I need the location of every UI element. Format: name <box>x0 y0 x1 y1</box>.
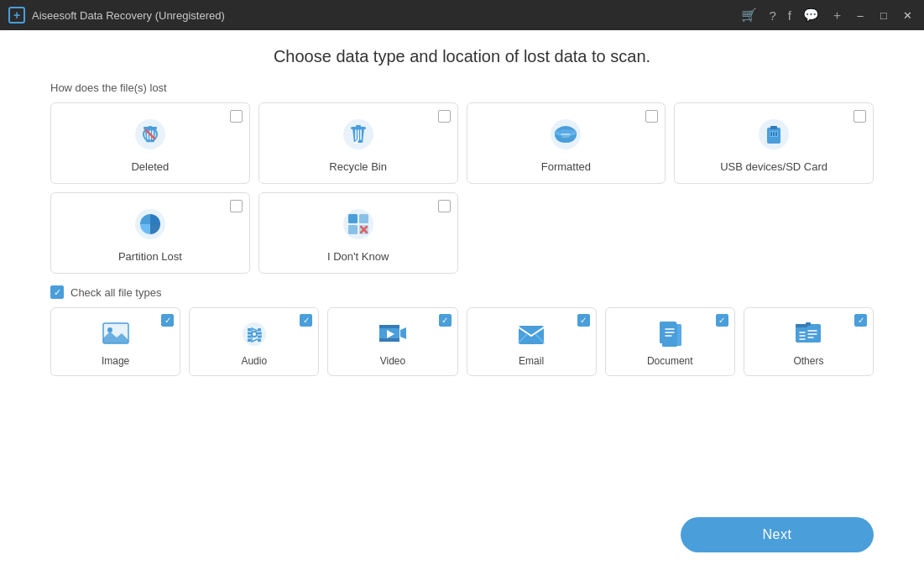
svg-rect-22 <box>348 214 358 223</box>
next-button[interactable]: Next <box>681 517 874 552</box>
svg-marker-36 <box>400 327 406 339</box>
filetype-audio-label: Audio <box>241 355 267 367</box>
check-all-checkbox[interactable]: ✓ <box>50 285 64 299</box>
email-icon <box>515 318 547 350</box>
cart-icon[interactable]: 🛒 <box>741 8 757 23</box>
loss-type-dont-know-checkbox <box>438 200 451 212</box>
filetype-document[interactable]: ✓ Document <box>605 307 735 376</box>
loss-type-usb-sd-label: USB devices/SD Card <box>720 160 827 173</box>
svg-rect-17 <box>770 132 772 136</box>
loss-type-dont-know[interactable]: I Don't Know <box>258 192 458 274</box>
svg-rect-44 <box>806 322 811 326</box>
svg-rect-23 <box>359 214 368 223</box>
svg-rect-43 <box>796 324 807 327</box>
app-title: Aiseesoft Data Recovery (Unregistered) <box>32 9 741 22</box>
minimize-button[interactable]: – <box>852 7 869 24</box>
document-icon <box>654 318 686 350</box>
partition-lost-icon <box>131 205 170 243</box>
loss-type-deleted-label: Deleted <box>131 160 169 173</box>
check-all-label: Check all file types <box>70 286 161 299</box>
filetype-others[interactable]: ✓ Others <box>744 307 874 376</box>
filetype-others-label: Others <box>793 355 823 367</box>
filetype-grid: ✓ Image ✓ <box>50 307 874 376</box>
recycle-bin-icon <box>339 115 378 154</box>
filetype-image-label: Image <box>102 355 129 367</box>
filetype-document-checkbox: ✓ <box>716 314 728 327</box>
loss-type-recycle-bin[interactable]: Recycle Bin <box>258 102 458 184</box>
svg-rect-18 <box>773 132 775 136</box>
audio-icon <box>238 318 270 350</box>
loss-type-formatted-checkbox <box>645 110 658 123</box>
svg-rect-15 <box>770 126 777 129</box>
svg-rect-19 <box>775 132 777 136</box>
svg-rect-34 <box>379 325 399 328</box>
loss-type-recycle-bin-checkbox <box>438 110 451 123</box>
window-controls: – □ ✕ <box>852 7 916 24</box>
check-all-row: ✓ Check all file types <box>50 285 874 299</box>
loss-type-grid-row2: Partition Lost I Don't Know <box>50 192 874 274</box>
loss-type-formatted[interactable]: Formatted <box>467 102 666 184</box>
svg-rect-35 <box>379 338 399 342</box>
others-icon <box>792 318 824 350</box>
filetype-video-label: Video <box>380 355 405 367</box>
filetype-email-label: Email <box>519 355 544 367</box>
chat-icon[interactable]: 💬 <box>803 8 819 23</box>
loss-type-grid-row1: Deleted Recycle Bin <box>50 102 874 184</box>
filetype-image-checkbox: ✓ <box>161 314 174 327</box>
svg-rect-41 <box>662 323 677 347</box>
svg-rect-24 <box>348 225 358 234</box>
filetype-video-checkbox: ✓ <box>439 314 452 327</box>
image-icon <box>100 318 132 350</box>
close-button[interactable]: ✕ <box>899 7 916 24</box>
loss-type-partition-lost[interactable]: Partition Lost <box>50 192 250 274</box>
filetype-image[interactable]: ✓ Image <box>50 307 180 376</box>
loss-type-usb-sd[interactable]: USB devices/SD Card <box>674 102 874 184</box>
loss-type-usb-sd-checkbox <box>854 110 866 123</box>
loss-type-partition-lost-checkbox <box>230 200 243 212</box>
loss-type-recycle-bin-label: Recycle Bin <box>329 160 387 173</box>
video-icon <box>377 318 409 350</box>
filetype-video[interactable]: ✓ Video <box>327 307 457 376</box>
facebook-icon[interactable]: f <box>788 8 791 23</box>
maximize-button[interactable]: □ <box>875 7 892 24</box>
svg-rect-6 <box>356 125 361 128</box>
filetype-audio[interactable]: ✓ Audio <box>189 307 319 376</box>
loss-section-label: How does the file(s) lost <box>50 81 874 94</box>
dont-know-icon <box>339 205 378 243</box>
bottom-bar: Next <box>0 517 924 565</box>
deleted-icon <box>131 115 170 154</box>
main-content: Choose data type and location of lost da… <box>0 30 924 517</box>
loss-type-formatted-label: Formatted <box>541 160 591 173</box>
app-icon: + <box>8 7 25 24</box>
plus-icon[interactable]: ＋ <box>831 8 843 24</box>
titlebar-actions: 🛒 ? f 💬 ＋ <box>741 8 843 24</box>
loss-type-deleted-checkbox <box>230 110 243 123</box>
filetype-document-label: Document <box>647 355 693 367</box>
loss-type-deleted[interactable]: Deleted <box>50 102 250 184</box>
svg-point-21 <box>343 209 373 239</box>
filetype-email[interactable]: ✓ Email <box>467 307 597 376</box>
page-title: Choose data type and location of lost da… <box>50 47 874 66</box>
support-icon[interactable]: ? <box>769 8 775 23</box>
loss-type-partition-lost-label: Partition Lost <box>118 250 182 263</box>
filetype-audio-checkbox: ✓ <box>300 314 312 327</box>
filetype-others-checkbox: ✓ <box>854 314 867 327</box>
filetype-email-checkbox: ✓ <box>577 314 590 327</box>
usb-sd-icon <box>754 115 793 154</box>
loss-type-dont-know-label: I Don't Know <box>327 250 389 263</box>
formatted-icon <box>546 115 585 154</box>
titlebar: + Aiseesoft Data Recovery (Unregistered)… <box>0 0 924 30</box>
svg-point-32 <box>253 332 256 336</box>
